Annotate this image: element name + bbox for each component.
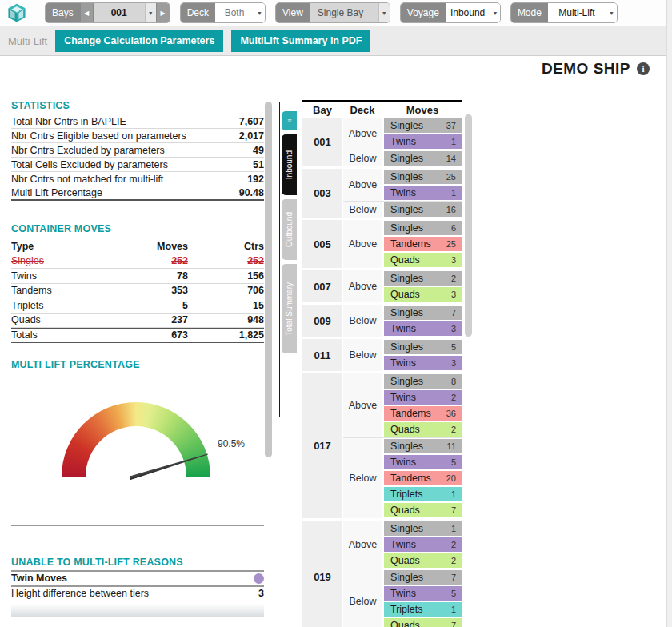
- voyage-select[interactable]: Inbound ▼: [446, 3, 500, 22]
- move-type-label: Tandems: [390, 238, 431, 250]
- stat-label: Nbr Cntrs Excluded by parameters: [11, 145, 165, 156]
- move-bar-tandems: Tandems36: [384, 406, 462, 421]
- deck-column-header: Deck: [342, 104, 382, 116]
- tab-menu[interactable]: ≡: [282, 111, 297, 130]
- bay-group: 011BelowSingles5Twins3: [302, 339, 462, 371]
- reason-row: Height difference between tiers3: [11, 587, 264, 601]
- deck-group: AboveSingles1Twins2Quads2: [343, 521, 462, 569]
- stat-value: 90.48: [239, 187, 264, 198]
- move-type: Singles: [11, 255, 116, 266]
- move-count: 11: [447, 441, 456, 451]
- moves-list: Singles1Twins2Quads2: [384, 521, 462, 569]
- chevron-down-icon: ▼: [606, 3, 617, 22]
- bays-label: Bays: [46, 3, 80, 22]
- move-bar-tandems: Tandems25: [384, 237, 462, 251]
- moves-list: Singles7Twins3: [384, 305, 462, 337]
- move-bar-twins: Twins5: [384, 586, 462, 601]
- move-count: 1: [451, 137, 456, 146]
- move-type-label: Tandems: [390, 408, 431, 419]
- move-count: 5: [451, 457, 456, 467]
- deck-group: AboveSingles37Twins1: [343, 118, 462, 150]
- deck-group: BelowSingles5Twins3: [343, 339, 462, 371]
- deck-cell: Below: [343, 438, 382, 518]
- reason-group-label: Twin Moves: [11, 573, 67, 584]
- deck-cell: Below: [343, 202, 382, 218]
- move-bar-twins: Twins3: [384, 356, 462, 370]
- bays-next-button[interactable]: ▶: [156, 3, 170, 22]
- view-select-value: Single Bay: [310, 7, 378, 18]
- move-bar-twins: Twins1: [384, 186, 462, 200]
- move-type-label: Singles: [390, 153, 423, 164]
- bay-number-cell: 005: [302, 220, 342, 268]
- move-type-label: Quads: [390, 555, 420, 566]
- bay-number-cell: 011: [302, 339, 342, 371]
- deck-group: AboveSingles6Tandems25Quads3: [343, 220, 462, 268]
- deck-cell: Above: [343, 270, 382, 302]
- bay-column-header: Bay: [302, 104, 342, 116]
- bay-group: 003AboveSingles25Twins1BelowSingles16: [302, 169, 462, 218]
- move-type-label: Twins: [390, 457, 416, 468]
- chevron-down-icon: ▼: [378, 3, 390, 22]
- ship-header: DEMO SHIP i: [0, 56, 672, 82]
- move-type-label: Singles: [390, 120, 423, 131]
- move-count: 14: [446, 154, 456, 163]
- move-count: 252: [116, 255, 188, 266]
- move-bar-singles: Singles8: [384, 374, 462, 389]
- multi-lift-percentage-heading: MULTI LIFT PERCENTAGE: [11, 359, 264, 373]
- view-label: View: [276, 3, 310, 22]
- move-type-label: Singles: [390, 307, 423, 318]
- stat-value: 2,017: [239, 130, 264, 142]
- panel-bottom-fade: [11, 604, 264, 617]
- deck-list: AboveSingles6Tandems25Quads3: [343, 220, 462, 268]
- move-count: 2: [451, 556, 456, 565]
- move-count: 3: [451, 255, 456, 265]
- stat-value: 192: [247, 174, 264, 185]
- info-icon[interactable]: i: [637, 62, 650, 75]
- deck-select[interactable]: Both ▼: [215, 3, 265, 22]
- tab-outbound[interactable]: Outbound: [282, 199, 297, 260]
- move-type-label: Twins: [390, 187, 416, 198]
- chevron-down-icon: ▼: [490, 3, 500, 22]
- top-toolbar: Bays ◀ 001 ▼ ▶ Deck Both ▼ View Single B…: [0, 0, 672, 26]
- gauge-arc: [62, 402, 210, 477]
- stat-label: Multi Lift Percentage: [11, 187, 102, 198]
- move-bar-singles: Singles6: [384, 221, 462, 235]
- move-count: 1: [451, 188, 456, 198]
- move-count: 237: [116, 314, 188, 325]
- move-bar-triplets: Triplets1: [384, 602, 462, 617]
- col-type: Type: [11, 241, 116, 252]
- container-moves-table: Singles252252Twins78156Tandems353706Trip…: [11, 254, 264, 329]
- container-moves-row: Singles252252: [11, 254, 264, 270]
- bay-number-cell: 017: [302, 373, 342, 518]
- bay-table-scrollbar[interactable]: [465, 114, 472, 418]
- summary-panel-scrollbar[interactable]: [264, 102, 273, 613]
- move-bar-singles: Singles1: [384, 521, 462, 536]
- change-calculation-parameters-button[interactable]: Change Calculation Parameters: [55, 30, 223, 52]
- tab-total-summary[interactable]: Total Summary: [282, 264, 297, 353]
- chevron-down-icon: ▼: [145, 3, 156, 22]
- move-count: 78: [116, 270, 188, 282]
- view-select[interactable]: Single Bay ▼: [310, 3, 390, 22]
- move-type-label: Tandems: [390, 473, 431, 484]
- statistics-heading: STATISTICS: [11, 100, 264, 114]
- move-bar-singles: Singles2: [384, 271, 462, 286]
- move-count: 7: [451, 621, 456, 627]
- multilift-summary-pdf-button[interactable]: MultiLift Summary in PDF: [231, 30, 370, 52]
- bays-select[interactable]: 001 ▼: [94, 3, 156, 22]
- tab-inbound[interactable]: Inbound: [282, 134, 297, 195]
- statistics-row: Nbr Cntrs Eligible based on parameters2,…: [11, 129, 264, 143]
- move-bar-quads: Quads2: [384, 422, 462, 437]
- deck-cell: Above: [343, 169, 382, 201]
- window-scrollbar[interactable]: [666, 0, 672, 627]
- move-count: 5: [451, 589, 456, 598]
- container-moves-header-row: Type Moves Ctrs: [11, 239, 264, 254]
- mode-select[interactable]: Multi-Lift ▼: [548, 3, 617, 22]
- tab-label: Outbound: [285, 212, 294, 247]
- moves-column-header: Moves: [382, 104, 462, 116]
- stat-label: Total Nbr Cntrs in BAPLIE: [11, 116, 126, 127]
- tab-label: Total Summary: [285, 282, 294, 336]
- move-count: 1: [451, 605, 456, 614]
- move-type-label: Twins: [390, 323, 416, 334]
- move-count: 6: [451, 223, 456, 233]
- bays-prev-button[interactable]: ◀: [80, 3, 94, 22]
